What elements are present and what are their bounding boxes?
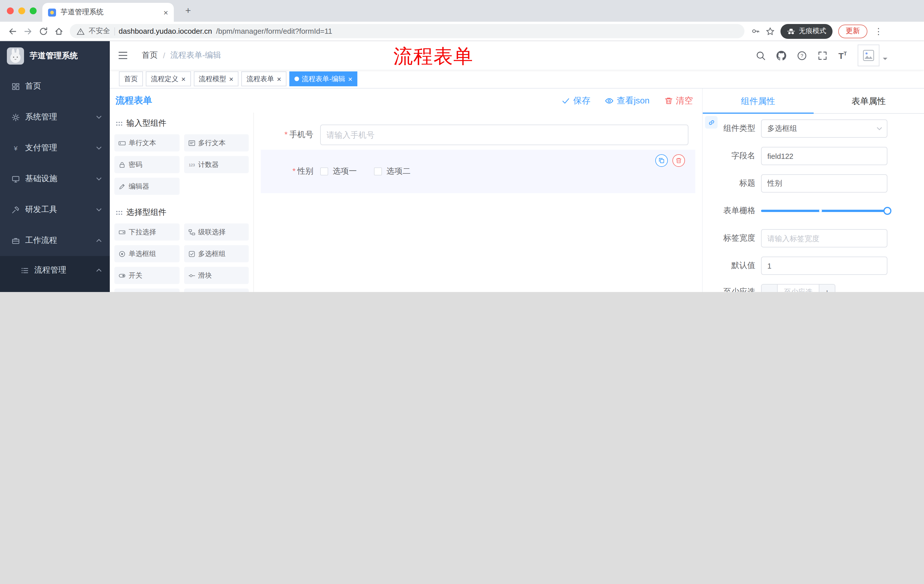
sidebar-item-dev-tools[interactable]: 研发工具 xyxy=(0,194,110,225)
grid-slider[interactable] xyxy=(761,202,888,220)
palette-item-switch[interactable]: 开关 xyxy=(114,267,179,284)
link-chip[interactable] xyxy=(705,116,718,128)
checkbox-icon[interactable] xyxy=(320,168,328,175)
gender-checkbox-option2[interactable]: 选项二 xyxy=(374,166,411,176)
tag-process-form-edit[interactable]: 流程表单-编辑× xyxy=(289,71,358,86)
palette-item-select[interactable]: 下拉选择 xyxy=(114,224,179,240)
mac-close-button[interactable] xyxy=(7,7,14,14)
sidebar: 芋道管理系统 首页 系统管理 ¥ 支付管理 基础设施 研发工具 工作流 xyxy=(0,41,110,292)
chevron-up-icon xyxy=(96,239,102,242)
palette-item-slider[interactable]: 滑块 xyxy=(184,267,249,284)
github-icon[interactable] xyxy=(777,51,787,60)
title-input[interactable] xyxy=(761,174,888,192)
phone-label: *手机号 xyxy=(261,130,320,140)
checkbox-icon[interactable] xyxy=(374,168,382,175)
palette-item-cascader[interactable]: 级联选择 xyxy=(184,224,249,240)
delete-field-button[interactable] xyxy=(672,154,685,167)
address-bar[interactable]: 不安全 dashboard.yudao.iocoder.cn/bpm/manag… xyxy=(70,24,744,38)
broken-image-icon xyxy=(863,50,874,61)
password-key-icon[interactable] xyxy=(751,27,760,35)
palette-item-counter[interactable]: 123计数器 xyxy=(184,156,249,173)
tab-title: 芋道管理系统 xyxy=(61,7,159,17)
sidebar-item-process-form[interactable]: 流程表单 xyxy=(0,285,110,292)
canvas-field-phone[interactable]: *手机号 xyxy=(261,125,688,145)
stepper-increase-button[interactable]: + xyxy=(819,285,835,292)
copy-field-button[interactable] xyxy=(655,154,668,167)
tag-process-definition[interactable]: 流程定义× xyxy=(146,71,191,86)
browser-tab[interactable]: 芋道管理系统 × xyxy=(42,3,174,22)
designer-toolbar: 流程表单 保存 查看json 清空 xyxy=(110,89,702,113)
title-row: 标题 xyxy=(703,174,924,192)
trash-icon xyxy=(664,96,673,105)
cascader-icon xyxy=(188,228,195,236)
breadcrumb: 首页 / 流程表单-编辑 xyxy=(142,41,221,70)
sidebar-item-payment[interactable]: ¥ 支付管理 xyxy=(0,133,110,163)
label-width-row: 标签宽度 xyxy=(703,229,924,247)
save-button[interactable]: 保存 xyxy=(562,95,591,106)
user-avatar[interactable] xyxy=(858,44,879,66)
palette-item-multi-line-text[interactable]: 多行文本 xyxy=(184,134,249,151)
search-icon[interactable] xyxy=(756,51,766,60)
clear-button[interactable]: 清空 xyxy=(664,95,693,106)
tab-form-props[interactable]: 表单属性 xyxy=(813,89,924,113)
svg-text:123: 123 xyxy=(188,163,195,167)
palette-item-time-picker[interactable]: 时间选择 xyxy=(114,289,179,292)
default-value-input[interactable] xyxy=(761,257,888,275)
slider-handle[interactable] xyxy=(883,207,891,215)
form-canvas[interactable]: *手机号 *性别 选项一 选项二 xyxy=(254,113,702,292)
tag-close-icon[interactable]: × xyxy=(277,75,281,82)
tag-process-form[interactable]: 流程表单× xyxy=(241,71,286,86)
sidebar-item-home[interactable]: 首页 xyxy=(0,71,110,102)
counter-icon: 123 xyxy=(188,161,195,168)
sidebar-item-infrastructure[interactable]: 基础设施 xyxy=(0,163,110,194)
palette-item-time-range[interactable]: 时间范围 xyxy=(184,289,249,292)
back-button[interactable] xyxy=(5,23,20,39)
palette-item-editor[interactable]: 编辑器 xyxy=(114,178,179,195)
view-json-button[interactable]: 查看json xyxy=(605,95,650,106)
tag-close-icon[interactable]: × xyxy=(181,75,186,82)
palette-item-checkbox-group[interactable]: 多选框组 xyxy=(184,245,249,262)
font-size-icon[interactable]: TT xyxy=(838,51,847,60)
breadcrumb-home[interactable]: 首页 xyxy=(142,50,158,61)
update-chip[interactable]: 更新 xyxy=(838,24,867,38)
gear-icon xyxy=(12,113,20,122)
palette-item-single-line-text[interactable]: 单行文本 xyxy=(114,134,179,151)
slider-track[interactable] xyxy=(761,210,888,212)
phone-input[interactable] xyxy=(320,125,688,145)
forward-button[interactable] xyxy=(20,23,35,39)
tab-component-props[interactable]: 组件属性 xyxy=(703,89,813,113)
tag-process-model[interactable]: 流程模型× xyxy=(193,71,238,86)
field-name-input[interactable] xyxy=(761,147,888,165)
incognito-icon xyxy=(787,28,795,35)
reload-button[interactable] xyxy=(35,23,51,39)
label-width-input[interactable] xyxy=(761,229,888,247)
radio-icon xyxy=(118,250,126,257)
component-type-select[interactable]: 多选框组 xyxy=(761,119,888,138)
tag-close-icon[interactable]: × xyxy=(348,75,353,82)
browser-tab-strip: 芋道管理系统 × + xyxy=(0,0,924,22)
forward-icon xyxy=(23,26,32,36)
new-tab-button[interactable]: + xyxy=(182,5,195,17)
sidebar-item-workflow[interactable]: 工作流程 xyxy=(0,225,110,256)
palette-item-radio-group[interactable]: 单选框组 xyxy=(114,245,179,262)
palette-item-password[interactable]: 密码 xyxy=(114,156,179,173)
help-icon[interactable]: ? xyxy=(797,51,807,60)
stepper-value[interactable]: 至少应选 xyxy=(778,285,819,292)
field-name-row: 字段名 xyxy=(703,147,924,165)
browser-menu-icon[interactable]: ⋮ xyxy=(873,26,884,36)
gender-checkbox-option1[interactable]: 选项一 xyxy=(320,166,357,176)
canvas-field-gender-selected[interactable]: *性别 选项一 选项二 xyxy=(261,150,695,193)
sidebar-item-process-management[interactable]: 流程管理 xyxy=(0,256,110,285)
bookmark-star-icon[interactable] xyxy=(766,26,775,36)
stepper-decrease-button[interactable]: − xyxy=(762,285,778,292)
tag-close-icon[interactable]: × xyxy=(229,75,233,82)
browser-window: 芋道管理系统 × + 不安全 dashboard.yudao.iocoder.c… xyxy=(0,0,924,292)
mac-minimize-button[interactable] xyxy=(18,7,25,14)
sidebar-item-system[interactable]: 系统管理 xyxy=(0,102,110,133)
mac-zoom-button[interactable] xyxy=(30,7,36,14)
sidebar-toggle-button[interactable] xyxy=(118,51,128,60)
tag-home[interactable]: 首页 xyxy=(119,71,143,86)
tab-close-icon[interactable]: × xyxy=(163,8,168,16)
fullscreen-icon[interactable] xyxy=(818,51,828,60)
home-button[interactable] xyxy=(51,23,66,39)
